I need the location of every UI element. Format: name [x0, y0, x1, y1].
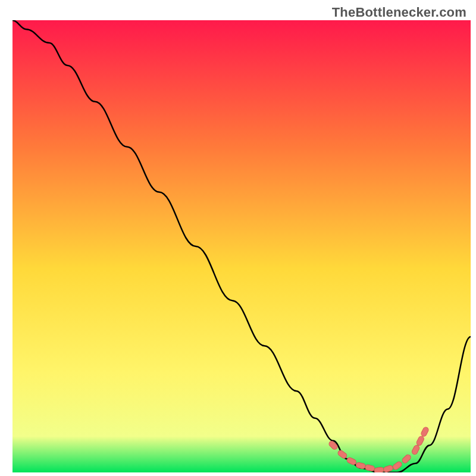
- chart-frame: TheBottlenecker.com: [4, 4, 472, 472]
- watermark-text: TheBottlenecker.com: [332, 5, 466, 20]
- plot-area: [12, 20, 471, 472]
- chart-svg: [12, 20, 471, 472]
- gradient-background: [12, 20, 471, 472]
